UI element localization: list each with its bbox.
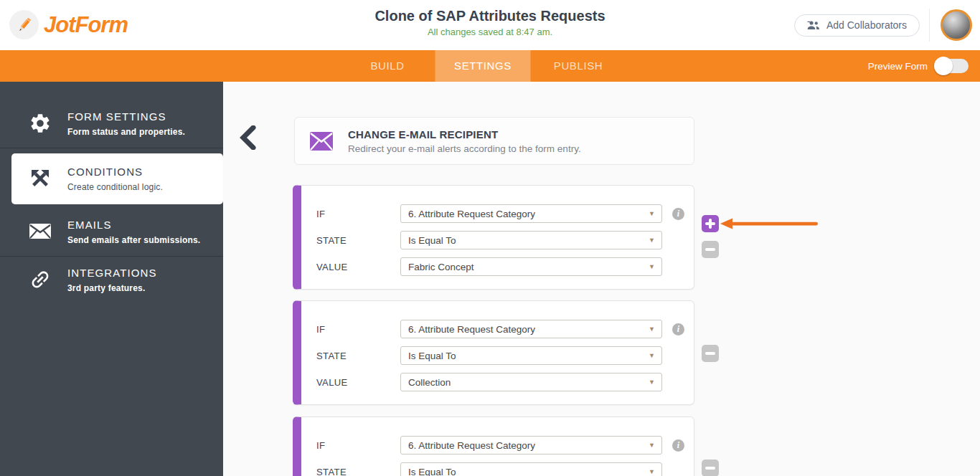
condition-row-value: VALUE Fabric Concept ▼ (316, 257, 694, 276)
settings-sidebar: FORM SETTINGS Form status and properties… (0, 82, 223, 476)
caret-down-icon: ▼ (649, 442, 655, 449)
add-collaborators-label: Add Collaborators (826, 19, 907, 31)
purple-envelope-icon (310, 132, 333, 151)
tab-publish[interactable]: PUBLISH (531, 50, 626, 82)
remove-condition-button[interactable] (702, 460, 719, 476)
sidebar-item-description: Create conditional logic. (67, 182, 163, 192)
sidebar-item-description: 3rd party features. (67, 283, 157, 293)
state-label: STATE (316, 467, 400, 476)
condition-row-if: IF 6. Attribute Request Category ▼ i (316, 204, 694, 223)
header-right: Add Collaborators (794, 0, 972, 50)
sidebar-item-label: EMAILS (67, 219, 200, 231)
caret-down-icon: ▼ (649, 352, 655, 359)
sidebar-item-emails[interactable]: EMAILS Send emails after submissions. (0, 209, 223, 256)
remove-condition-button[interactable] (702, 241, 719, 258)
info-icon[interactable]: i (672, 323, 684, 335)
preview-form-toggle[interactable] (936, 59, 969, 73)
condition-row-if: IF 6. Attribute Request Category ▼ i (316, 436, 694, 454)
caret-down-icon: ▼ (649, 210, 655, 217)
preview-form-control: Preview Form (868, 50, 969, 82)
section-header-card: CHANGE E-MAIL RECIPIENT Redirect your e-… (294, 117, 694, 165)
condition-row-value: VALUE Collection ▼ (316, 373, 694, 391)
annotation-arrow (720, 217, 818, 230)
condition-row-state: STATE Is Equal To ▼ (316, 231, 694, 249)
avatar[interactable] (941, 9, 972, 41)
value-dropdown[interactable]: Collection ▼ (400, 373, 662, 391)
back-button[interactable] (239, 125, 256, 153)
link-icon (29, 268, 52, 291)
title-block: Clone of SAP Attributes Requests All cha… (374, 8, 605, 37)
tab-settings[interactable]: SETTINGS (435, 50, 531, 82)
form-title[interactable]: Clone of SAP Attributes Requests (374, 8, 605, 24)
info-icon[interactable]: i (672, 439, 684, 452)
jotform-logo[interactable]: JotForm (9, 10, 128, 39)
state-label: STATE (316, 235, 400, 246)
condition-row-state: STATE Is Equal To ▼ (316, 462, 694, 476)
condition-row-if: IF 6. Attribute Request Category ▼ i (316, 320, 694, 338)
add-collaborators-button[interactable]: Add Collaborators (794, 14, 920, 37)
conditions-panel: CHANGE E-MAIL RECIPIENT Redirect your e-… (223, 82, 980, 476)
state-dropdown[interactable]: Is Equal To ▼ (400, 462, 662, 476)
if-field-dropdown[interactable]: 6. Attribute Request Category ▼ (400, 436, 662, 454)
condition-row-state: STATE Is Equal To ▼ (316, 346, 694, 365)
tab-build[interactable]: BUILD (340, 50, 435, 82)
crossed-arrows-icon (29, 167, 52, 190)
state-dropdown[interactable]: Is Equal To ▼ (400, 346, 662, 365)
section-title: CHANGE E-MAIL RECIPIENT (348, 128, 581, 141)
condition-card: IF 6. Attribute Request Category ▼ i STA… (293, 416, 694, 476)
value-dropdown[interactable]: Fabric Concept ▼ (400, 257, 662, 276)
sidebar-item-form-settings[interactable]: FORM SETTINGS Form status and properties… (0, 100, 223, 148)
sidebar-item-label: INTEGRATIONS (67, 267, 157, 279)
info-icon[interactable]: i (672, 208, 684, 220)
caret-down-icon: ▼ (649, 379, 655, 386)
save-status: All changes saved at 8:47 am. (374, 27, 605, 37)
main-navbar: BUILD SETTINGS PUBLISH Preview Form (0, 50, 980, 82)
if-field-dropdown[interactable]: 6. Attribute Request Category ▼ (400, 320, 662, 338)
section-subtitle: Redirect your e-mail alerts according to… (348, 143, 581, 154)
if-label: IF (316, 209, 400, 219)
sidebar-item-label: CONDITIONS (67, 166, 163, 178)
add-condition-button[interactable] (702, 215, 719, 232)
if-label: IF (316, 324, 400, 335)
condition-card: IF 6. Attribute Request Category ▼ i STA… (293, 300, 694, 405)
sidebar-item-description: Form status and properties. (67, 127, 185, 137)
caret-down-icon: ▼ (649, 468, 655, 475)
sidebar-item-description: Send emails after submissions. (67, 235, 200, 245)
toggle-knob (934, 57, 953, 75)
sidebar-item-conditions[interactable]: CONDITIONS Create conditional logic. (11, 153, 223, 204)
condition-card: IF 6. Attribute Request Category ▼ i STA… (293, 185, 694, 290)
preview-form-label: Preview Form (868, 61, 928, 72)
if-label: IF (316, 440, 400, 451)
state-label: STATE (316, 351, 400, 361)
caret-down-icon: ▼ (649, 263, 655, 270)
value-label: VALUE (316, 262, 400, 272)
remove-condition-button[interactable] (702, 345, 719, 362)
nav-tabs: BUILD SETTINGS PUBLISH (340, 50, 626, 82)
if-field-dropdown[interactable]: 6. Attribute Request Category ▼ (400, 204, 662, 223)
logo-text: JotForm (44, 12, 128, 38)
top-header: JotForm Clone of SAP Attributes Requests… (0, 0, 980, 50)
gear-icon (29, 112, 52, 135)
pencil-logo-icon (9, 10, 39, 39)
envelope-icon (29, 220, 52, 243)
state-dropdown[interactable]: Is Equal To ▼ (400, 231, 662, 249)
sidebar-divider (0, 148, 223, 148)
header-divider (929, 9, 930, 42)
caret-down-icon: ▼ (649, 237, 655, 244)
sidebar-item-label: FORM SETTINGS (67, 110, 185, 123)
people-icon (807, 20, 820, 30)
value-label: VALUE (316, 377, 400, 388)
sidebar-item-integrations[interactable]: INTEGRATIONS 3rd party features. (0, 257, 223, 304)
caret-down-icon: ▼ (649, 325, 655, 333)
